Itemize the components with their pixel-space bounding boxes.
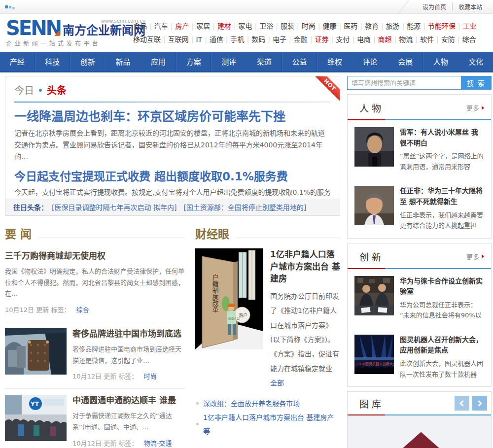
full-text-link[interactable]: 全部 [270,379,284,387]
article-tag-link[interactable]: 物流-交通 [144,440,172,447]
caijing-link-item: 1亿非户籍人口落户城市方案出台 基建房产等 [196,411,340,438]
page: 设为首页 收藏本站 SENN www.senn.com.cn 南方企业新闻网 企… [0,0,493,448]
cat-phone[interactable]: 手机 [231,35,252,43]
cat-auto[interactable]: 汽车 [154,22,176,30]
gallery-slide-image[interactable] [348,415,491,448]
past-headline-link-2[interactable]: [国土资源部：全国将停止别墅类用地的] [183,202,306,212]
nav-qudao[interactable]: 渠道 [246,52,282,71]
chuangxin-item-title[interactable]: 华为与徕卡合作设立创新实验室 [400,277,483,296]
cat-ecommerce[interactable]: 电商 [357,35,378,43]
search-input[interactable] [347,76,461,90]
cat-general[interactable]: 综合 [462,35,476,43]
site-logo[interactable]: SENN www.senn.com.cn 南方企业新闻网 企业新闻一站式发布平台 [6,18,125,47]
renzhengfei-photo[interactable] [354,186,394,225]
article-title[interactable]: 中通圆通申通韵达顺丰 谁最 [72,395,176,405]
past-headline-link-1[interactable]: [医保目录调整时隔七年再次启动 拟年内] [52,202,176,212]
nav-chanjing[interactable]: 产经 [0,52,35,71]
huawei-leica-photo[interactable] [354,276,394,315]
nav-huizhan[interactable]: 会展 [387,52,423,71]
express-expo-photo[interactable]: YT [5,395,67,441]
chuangxin-item-title[interactable]: 图灵机器人召开创新大会，应用创新是焦点 [400,336,483,354]
cat-security[interactable]: 安防 [441,35,462,43]
cat-telecom[interactable]: 通信 [210,35,231,43]
article-title[interactable]: 三千万购得商城却无使用权 [5,251,106,261]
chuangxin-item-2: 2016图灵机器人创新大会 图灵机器人召开创新大会，应用创新是焦点 此次创新大会… [348,328,491,386]
cat-mobile[interactable]: 移动互联 [133,35,168,43]
cat-industry[interactable]: 工业 [463,22,477,30]
gallery-next-button[interactable] [472,396,487,411]
nav-chuangxin[interactable]: 创新 [70,52,106,71]
cat-green[interactable]: 节能环保 [428,22,463,30]
nav-wenhua[interactable]: 文化 [458,52,493,71]
cat-retail[interactable]: 商超 [378,35,399,43]
cat-payment[interactable]: 支付 [336,35,357,43]
caijing-feature-title[interactable]: 1亿非户籍人口落户城市方案出台 基建房 [270,249,340,283]
chuangxin-box: 创 新 更多 [347,243,492,387]
nav-weiquan[interactable]: 维权 [317,52,352,71]
cat-food[interactable]: 食品 [133,22,154,30]
nav-xinpin[interactable]: 新品 [106,52,141,71]
renwu-item-title[interactable]: 雷军：有人说小米屌丝 我很不明白 [400,128,478,147]
article-title[interactable]: 奢侈品牌进驻中国市场到底选 [72,329,181,339]
diagonal-divider [398,0,409,13]
cat-appliance[interactable]: 家电 [239,22,260,30]
cat-building[interactable]: 建材 [217,22,239,30]
caijing-feature-summary: 国务院办公厅日前印发了《推动1亿非户籍人口在城市落户方案》(以下简称《方案》)。… [270,289,340,391]
nav-renwu[interactable]: 人物 [423,52,458,71]
search-bar: 搜 索 [347,76,492,90]
cat-software[interactable]: 软件 [420,35,441,43]
luggage-photo[interactable] [5,328,67,375]
gallery-arrows [455,396,487,411]
caijing-link-item: 深改组：全面放开养老服务市场 [196,397,340,411]
nav-ceping[interactable]: 测评 [211,52,246,71]
headline-title-2[interactable]: 今日起支付宝提现正式收费 超出额度收取0.1%服务费 [14,170,288,183]
cat-bath[interactable]: 卫浴 [259,22,281,30]
article-tag-label: 标签： [118,373,138,380]
article-tag-link[interactable]: 综合 [76,306,89,313]
leijun-photo[interactable] [354,127,394,167]
nav-fangan[interactable]: 方案 [176,52,211,71]
cat-finance[interactable]: 金融 [294,35,315,43]
nav-gongyi[interactable]: 公益 [282,52,317,71]
cat-travel[interactable]: 旅游 [386,22,407,30]
headline-title-1[interactable]: 一线降温周边也刹车：环京区域房价可能率先下挫 [14,109,285,124]
nav-pinglun[interactable]: 评论 [352,52,388,71]
caijing-line [236,238,340,238]
set-home-link[interactable]: 设为首页 [417,2,452,11]
renwu-more-link[interactable]: 更多 [466,103,484,112]
chuangxin-item-desc: 华为公司总裁任正非表示：“未来的信息社会将有90%以 [400,300,484,321]
cat-electronics[interactable]: 电子 [273,35,294,43]
cat-it[interactable]: IT [196,35,209,43]
topbar-links: 设为首页 收藏本站 [403,0,488,13]
nav-yingyong[interactable]: 应用 [141,52,176,71]
caijing-link-1[interactable]: 深改组：全面放开养老服务市场 [203,397,300,411]
nav-keji[interactable]: 科技 [35,52,70,71]
gallery-prev-button[interactable] [455,396,469,411]
renwu-header: 人 物 更多 [348,95,491,120]
article-tag-link[interactable]: 时尚 [144,373,157,380]
cat-digital[interactable]: 数码 [251,35,273,43]
cat-education[interactable]: 教育 [365,22,386,30]
chuangxin-item-desc: 此次创新大会，图灵机器人团队一次性发布了数十款机器 [400,358,484,379]
cat-energy[interactable]: 能源 [407,22,428,30]
favorite-link[interactable]: 收藏本站 [452,2,488,11]
cat-realestate[interactable]: 房产 [175,22,196,30]
chuangxin-more-link[interactable]: 更多 [466,252,484,261]
cat-pharma[interactable]: 医药 [344,22,365,30]
svg-text:落户: 落户 [239,312,247,318]
renwu-item-title[interactable]: 任正非：华为三十年大限将至 想不死就得新生 [400,187,483,206]
article-meta: 10月12日 更新 标签： 物流-交通 [72,438,185,448]
hukou-cartoon-image[interactable]: 户籍制度改革 落户 流动人口 [195,248,263,349]
headline-story-1: 一线降温周边也刹车：环京区域房价可能率先下挫 记者在北京秋季房展会上看到，距离北… [14,109,331,163]
cat-home[interactable]: 家居 [196,22,217,30]
cat-logistics[interactable]: 物流 [399,35,420,43]
turing-conference-photo[interactable]: 2016图灵机器人创新大会 [354,335,394,374]
cat-health[interactable]: 健康 [322,22,344,30]
search-button[interactable]: 搜 索 [461,76,492,90]
caijing-link-2[interactable]: 1亿非户籍人口落户城市方案出台 基建房产等 [203,411,340,438]
cat-style[interactable]: 时尚 [302,22,323,30]
cat-internet[interactable]: 互联网 [168,35,196,43]
headline-tag[interactable]: 头条 [47,83,67,97]
cat-securities[interactable]: 证券 [315,35,336,43]
cat-fashionwear[interactable]: 服装 [281,22,302,30]
